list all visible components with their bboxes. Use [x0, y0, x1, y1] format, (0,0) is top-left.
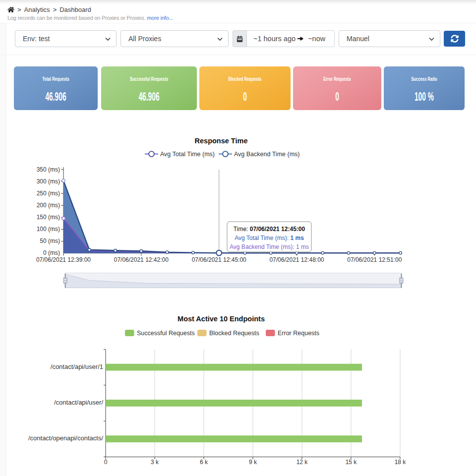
svg-text:350 (ms): 350 (ms) — [37, 166, 60, 173]
svg-text:6 k: 6 k — [200, 459, 208, 466]
svg-text:3 k: 3 k — [151, 459, 159, 466]
svg-text:300 (ms): 300 (ms) — [37, 178, 60, 185]
svg-text:Blocked Requests: Blocked Requests — [209, 330, 259, 337]
svg-text:07/06/2021 12:42:00: 07/06/2021 12:42:00 — [114, 256, 169, 263]
svg-text:12 k: 12 k — [297, 459, 308, 466]
svg-text:15 k: 15 k — [346, 459, 357, 466]
svg-text:Response Time: Response Time — [195, 137, 248, 145]
svg-text:Avg Total Time (ms): Avg Total Time (ms) — [160, 151, 215, 158]
svg-text:Most Active 10 Endpoints: Most Active 10 Endpoints — [178, 315, 265, 323]
svg-text:50 (ms): 50 (ms) — [40, 238, 60, 244]
svg-text:/contact/api/user/: /contact/api/user/ — [54, 399, 103, 406]
svg-text:100 (ms): 100 (ms) — [37, 226, 60, 233]
svg-text:200 (ms): 200 (ms) — [37, 202, 60, 209]
svg-text:0 (ms): 0 (ms) — [43, 249, 60, 256]
svg-text:07/06/2021 12:48:00: 07/06/2021 12:48:00 — [269, 256, 324, 263]
svg-text:Avg Backend Time (ms): Avg Backend Time (ms) — [234, 151, 299, 158]
svg-text:0: 0 — [104, 459, 108, 466]
svg-text:250 (ms): 250 (ms) — [37, 190, 60, 197]
svg-text:/contact/openapi/contacts/: /contact/openapi/contacts/ — [28, 434, 103, 442]
svg-text:Avg Total Time (ms): 1 ms: Avg Total Time (ms): 1 ms — [235, 235, 304, 241]
svg-text:18 k: 18 k — [395, 459, 407, 466]
svg-text:Successful Requests: Successful Requests — [137, 330, 195, 337]
svg-text:07/06/2021 12:39:00: 07/06/2021 12:39:00 — [36, 256, 91, 263]
svg-text:Avg Backend Time (ms): 1 ms: Avg Backend Time (ms): 1 ms — [230, 243, 309, 250]
svg-text:/contact/api/user/1: /contact/api/user/1 — [51, 363, 103, 370]
svg-text:07/06/2021 12:45:00: 07/06/2021 12:45:00 — [192, 256, 246, 263]
svg-text:150 (ms): 150 (ms) — [37, 214, 60, 221]
svg-text:Error Requests: Error Requests — [278, 330, 319, 337]
svg-text:07/06/2021 12:51:00: 07/06/2021 12:51:00 — [347, 256, 402, 263]
svg-text:Time: 07/06/2021 12:45:00: Time: 07/06/2021 12:45:00 — [234, 226, 305, 233]
svg-text:9 k: 9 k — [249, 459, 257, 466]
